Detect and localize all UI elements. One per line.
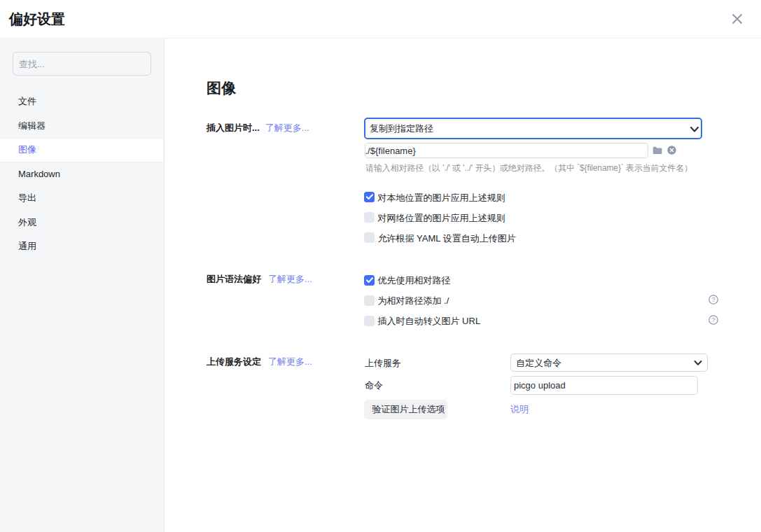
svg-text:?: ? [711, 295, 715, 303]
svg-text:?: ? [711, 316, 715, 323]
